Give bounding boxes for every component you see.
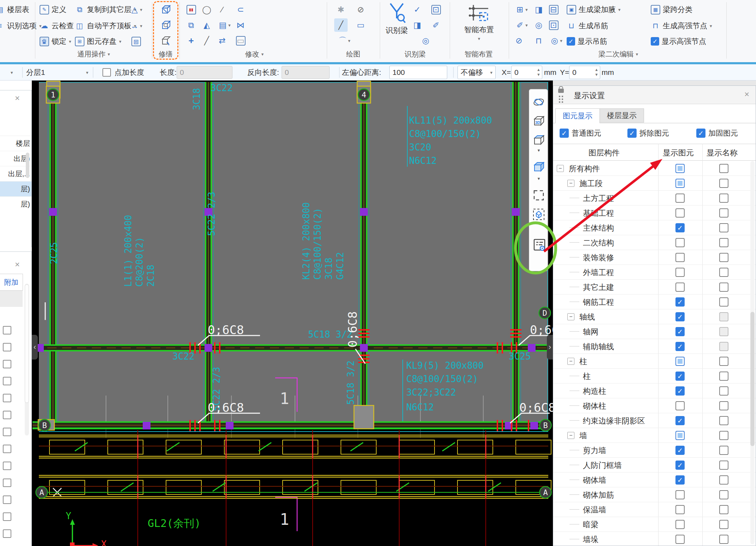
show-element-checkbox[interactable]	[675, 401, 685, 410]
point-add-length-checkbox[interactable]	[102, 68, 111, 77]
cloud-check-button[interactable]: ☁ 云检查	[40, 19, 74, 32]
show-element-checkbox[interactable]	[675, 461, 685, 470]
show-element-checkbox[interactable]	[675, 490, 685, 499]
tab-floor-display[interactable]: 楼层显示	[600, 108, 644, 123]
tree-row[interactable]: 辅助轴线	[553, 339, 756, 354]
show-name-checkbox[interactable]	[719, 283, 728, 292]
show-name-checkbox[interactable]	[719, 372, 728, 381]
join-tool[interactable]: ⋈	[234, 18, 247, 32]
collapse-icon[interactable]: −	[557, 165, 564, 172]
beam-edit-icon-8[interactable]: ⊓	[532, 34, 545, 47]
element-save-button[interactable]: ⊞ 图元存盘▾	[75, 35, 122, 48]
tree-row[interactable]: 砌体墙	[553, 473, 756, 487]
show-element-checkbox[interactable]	[675, 253, 685, 262]
close-icon[interactable]: ×	[744, 90, 749, 99]
tree-row[interactable]: −轴线	[553, 309, 756, 324]
show-hanger-checkbox[interactable]: ✓ 显示吊筋	[567, 35, 607, 48]
tree-row[interactable]: 构造柱	[553, 384, 756, 398]
beam-edit-icon-9[interactable]: ◎▾	[547, 34, 565, 47]
identify-beam-button[interactable]: 识别梁	[382, 2, 412, 47]
beam-edit-icon-7[interactable]: ⊘	[512, 34, 526, 47]
show-name-checkbox[interactable]	[719, 401, 728, 410]
beam-boxselect-tool[interactable]: ⊡	[429, 3, 443, 16]
show-element-checkbox[interactable]	[675, 357, 685, 366]
copy-tool[interactable]: ⧉	[184, 18, 198, 32]
beam-edit-icon-6[interactable]: ⊡	[547, 18, 560, 32]
tree-row[interactable]: 其它土建	[553, 280, 756, 295]
show-element-checkbox[interactable]	[675, 535, 685, 544]
tree-row[interactable]: 保温墙	[553, 502, 756, 517]
close-icon[interactable]: ×	[15, 94, 20, 102]
show-element-checkbox[interactable]	[675, 327, 685, 336]
attach-checkbox[interactable]	[3, 428, 11, 436]
filter-demolish[interactable]: 拆除图元	[627, 128, 669, 138]
floor-table-button[interactable]: ▤ 楼层表	[0, 3, 29, 16]
show-name-checkbox[interactable]	[719, 490, 728, 499]
show-element-checkbox[interactable]	[675, 372, 685, 381]
beam-check-tool[interactable]: ✓	[411, 3, 424, 16]
tree-row[interactable]: 土方工程	[553, 191, 756, 206]
extend-tool[interactable]: ⇄	[215, 34, 229, 47]
show-element-checkbox[interactable]	[675, 208, 685, 218]
layer-select[interactable]: 分层1▾	[26, 64, 88, 81]
view-dropdown-button[interactable]: ▾	[11, 64, 13, 81]
display-settings-icon[interactable]	[532, 238, 547, 252]
show-element-checkbox[interactable]	[675, 164, 685, 173]
attach-checkbox[interactable]	[3, 326, 11, 334]
show-name-checkbox[interactable]	[719, 179, 728, 188]
floor-list-item[interactable]: 楼层	[0, 136, 31, 151]
show-joint-checkbox[interactable]: ✓ 显示高强节点	[651, 35, 706, 48]
show-element-checkbox[interactable]	[675, 416, 685, 425]
tree-row[interactable]: 墙垛	[553, 532, 756, 546]
lock-icon[interactable]	[558, 89, 564, 93]
filter-normal[interactable]: 普通图元	[560, 128, 601, 138]
circle-draw-tool[interactable]: ⊘	[354, 3, 367, 16]
tree-row[interactable]: 基础工程	[553, 206, 756, 220]
beam-span-classify-button[interactable]: ▦ 梁跨分类	[651, 3, 692, 16]
attach-checkbox[interactable]	[3, 411, 11, 419]
show-element-checkbox[interactable]	[675, 505, 685, 514]
attach-checkbox[interactable]	[3, 445, 11, 453]
beam-point-identify-tool[interactable]: ◎	[419, 34, 432, 47]
cad-canvas[interactable]: KL11(5) 200x800C8@100/150(2)3C20N6C12KL9…	[32, 81, 553, 546]
tree-row[interactable]: 约束边缘非阴影区	[553, 413, 756, 428]
triangle-tool-button[interactable]: △▾	[129, 3, 143, 16]
show-name-checkbox[interactable]	[719, 164, 728, 173]
reverse-length-input[interactable]: 0	[282, 66, 330, 79]
chevron-down-icon[interactable]: ▾	[532, 147, 545, 153]
group-label-draw[interactable]: 绘图	[332, 49, 374, 59]
show-name-checkbox[interactable]	[719, 475, 728, 485]
view-3d-icon[interactable]: 3D	[532, 115, 545, 127]
show-element-checkbox[interactable]	[675, 520, 685, 529]
show-element-checkbox[interactable]	[675, 297, 685, 307]
attach-checkbox[interactable]	[3, 479, 11, 487]
show-name-checkbox[interactable]	[719, 297, 728, 307]
tree-row[interactable]: 轴网	[553, 324, 756, 339]
repair-icon-2[interactable]	[159, 18, 172, 32]
show-element-checkbox[interactable]	[675, 238, 685, 247]
tree-scrollbar[interactable]	[750, 312, 755, 446]
offset-mode-select[interactable]: 不偏移▾	[457, 66, 496, 79]
show-name-checkbox[interactable]	[719, 253, 728, 262]
tree-row[interactable]: 人防门框墙	[553, 458, 756, 473]
drag-handle-icon[interactable]	[559, 96, 560, 97]
show-element-checkbox[interactable]	[675, 268, 685, 277]
tree-row[interactable]: 主体结构	[553, 220, 756, 235]
group-label-identify[interactable]: 识别梁	[392, 49, 438, 59]
beam-modify-tool[interactable]: ✐	[429, 18, 443, 32]
filter-reinforce[interactable]: 加固图元	[696, 128, 738, 138]
collapse-icon[interactable]: −	[567, 313, 574, 320]
smart-layout-button[interactable]: 智能布置 ▾	[459, 2, 499, 47]
chevron-down-icon[interactable]: ▾	[532, 176, 545, 181]
show-element-checkbox[interactable]	[675, 223, 685, 232]
tab-element-display[interactable]: 图元显示	[555, 108, 600, 123]
align-tool[interactable]: ▤▾	[215, 18, 233, 32]
tree-row[interactable]: −施工段	[553, 176, 756, 191]
floor-list-item[interactable]: 层)	[0, 181, 31, 196]
left-offset-input[interactable]: 100	[389, 66, 447, 79]
beam-edit-support-tool[interactable]: ◨	[411, 18, 424, 32]
group-label-smart[interactable]: 智能布置	[456, 49, 502, 59]
point-tool[interactable]: ✱	[334, 3, 348, 16]
trim-tool[interactable]: ∕	[215, 3, 229, 16]
tree-row[interactable]: −墙	[553, 428, 756, 443]
